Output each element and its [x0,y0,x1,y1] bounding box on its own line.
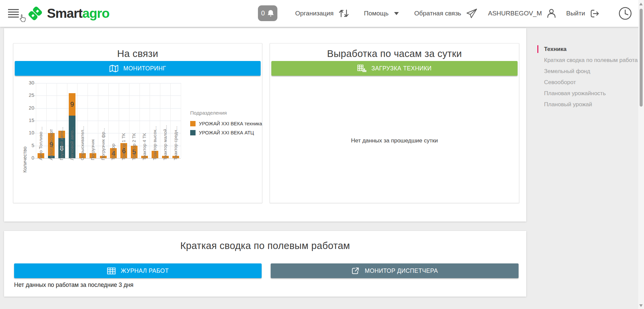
logout-button[interactable]: Выйти [566,0,600,27]
chevron-down-icon [394,12,399,15]
dispatcher-monitor-button-label: МОНИТОР ДИСПЕТЧЕРА [365,267,438,274]
online-card: На связи МОНИТОРИНГ Количество 051015202… [13,43,262,203]
scroll-down-arrow-icon[interactable] [639,304,643,307]
external-link-icon [351,267,360,275]
notifications-button[interactable]: 0 [258,5,277,21]
sidebar-item-planned-harvest[interactable]: Плановый урожай [533,99,638,110]
summary-empty-message: Нет данных по работам за последние 3 дня [14,282,133,289]
dispatcher-monitor-button[interactable]: МОНИТОР ДИСПЕТЧЕРА [271,263,519,278]
output-card-title: Выработка по часам за сутки [270,48,519,59]
dashboard-top-panel: На связи МОНИТОРИНГ Количество 051015202… [4,28,526,222]
bar-segment: 9 [69,93,75,116]
logo-text: Smartagro [47,6,109,21]
sidebar-item-field-works-summary[interactable]: Краткая сводка по полевым работа [533,55,638,66]
feedback-link[interactable]: Обратная связь [414,0,478,27]
vertical-scrollbar[interactable] [638,0,644,309]
chart-legend: Подразделения УРОЖАЙ XXI ВЕКА техникаУРО… [190,110,262,139]
load-technics-button[interactable]: ЗАГРУЗКА ТЕХНИКИ [271,61,518,76]
help-label: Помощь [364,10,388,17]
sidebar-item-technika[interactable]: Техника [533,44,638,55]
chart-plot-area: 989465 [36,83,181,159]
notification-count: 0 [261,9,265,17]
scroll-up-arrow-icon[interactable] [639,3,643,5]
hamburger-icon [8,9,19,18]
bar-chart: Количество 051015202530 989465 Авто Топл… [13,44,262,203]
work-journal-button[interactable]: ЖУРНАЛ РАБОТ [14,263,262,278]
scrollbar-thumb[interactable] [640,9,643,107]
active-indicator [537,45,538,53]
paper-plane-icon [466,8,478,19]
sidebar-item-crop-rotation[interactable]: Севооборот [533,77,638,88]
person-icon [546,8,557,19]
legend-entry: УРОЖАЙ XXI ВЕКА АТЦ [190,130,262,135]
hourly-output-card: Выработка по часам за сутки ЗАГРУЗКА ТЕХ… [270,43,519,203]
app-header: Smartagro 0 Организация Помощь Обратная … [0,0,644,27]
username: ASHURBEGOV_M [488,10,542,17]
table-chart-icon [357,64,366,72]
bell-icon [267,10,274,17]
right-sidebar-nav: Техника Краткая сводка по полевым работа… [533,44,638,110]
legend-swatch-icon [190,130,196,135]
logout-icon [589,9,600,18]
help-menu[interactable]: Помощь [364,0,399,27]
history-button[interactable] [618,0,632,27]
feedback-label: Обратная связь [414,10,461,17]
clock-icon [618,6,632,20]
output-empty-message: Нет данных за прошедшие сутки [270,137,519,144]
summary-panel-title: Краткая сводка по полевым работам [4,240,526,251]
legend-swatch-icon [190,121,196,126]
swap-arrows-icon [338,8,350,18]
field-works-summary-panel: Краткая сводка по полевым работам ЖУРНАЛ… [4,231,526,297]
legend-title: Подразделения [190,110,262,116]
sidebar-item-land-fund[interactable]: Земельный фонд [533,66,638,77]
app-logo[interactable]: Smartagro [26,4,109,22]
table-icon [107,267,116,274]
menu-button[interactable] [8,9,19,18]
organization-label: Организация [295,10,334,17]
work-journal-button-label: ЖУРНАЛ РАБОТ [121,267,169,274]
logout-label: Выйти [566,10,585,17]
user-menu[interactable]: ASHURBEGOV_M [488,0,557,27]
load-technics-button-label: ЗАГРУЗКА ТЕХНИКИ [371,65,431,72]
sidebar-item-planned-yield-rate[interactable]: Плановая урожайность [533,88,638,99]
smartagro-logo-icon [26,4,44,22]
organization-switcher[interactable]: Организация [295,0,350,27]
legend-entry: УРОЖАЙ XXI ВЕКА техника [190,121,262,126]
legend-items: УРОЖАЙ XXI ВЕКА техникаУРОЖАЙ XXI ВЕКА А… [190,121,262,135]
